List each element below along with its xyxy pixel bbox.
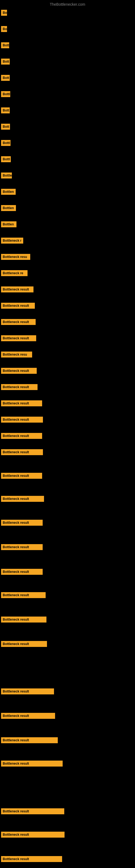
list-item: Bottleneck result	[0, 590, 135, 600]
site-title: TheBottlenecker.com	[0, 0, 135, 8]
list-item: Bottleneck result	[0, 686, 135, 696]
list-item: Bottleneck result	[0, 284, 135, 294]
list-item: Bottleneck result	[0, 518, 135, 528]
bottleneck-label: Bottleneck result	[1, 688, 54, 694]
bottleneck-label: Bottleneck result	[1, 592, 46, 598]
list-item: Bottl	[0, 89, 135, 99]
bottleneck-label: Bottleneck result	[1, 569, 43, 575]
list-item: Bottleneck result	[0, 333, 135, 343]
bottleneck-label: Bottl	[1, 156, 11, 162]
bottleneck-label: Bottl	[1, 91, 10, 97]
bottleneck-label: Bottleneck result	[1, 286, 34, 292]
bottleneck-label: Bottleneck result	[1, 335, 36, 341]
list-item: Bottlen	[0, 187, 135, 197]
list-item: Bottleneck result	[0, 431, 135, 441]
list-item: Bottleneck result	[0, 317, 135, 327]
list-item: Bott	[0, 105, 135, 116]
bottleneck-label: Bottlen	[1, 221, 16, 227]
bottleneck-label: Bottleneck result	[1, 416, 43, 423]
list-item: Bottleneck result	[0, 567, 135, 577]
list-item: Bottleneck resu	[0, 252, 135, 262]
list-item: Bottle	[0, 170, 135, 181]
bottleneck-label: Bo	[1, 26, 7, 32]
list-item: Bottleneck result	[0, 758, 135, 769]
bottleneck-label: Bottleneck result	[1, 641, 47, 647]
list-item: Bottleneck result	[0, 366, 135, 376]
bottleneck-label: Bottleneck result	[1, 319, 36, 325]
list-item: Bottleneck result	[0, 735, 135, 745]
list-item: Bottl	[0, 138, 135, 148]
bottleneck-label: Bottleneck result	[1, 832, 64, 838]
list-item: Bo	[0, 24, 135, 34]
bottleneck-label: Bottleneck result	[1, 737, 58, 743]
bottleneck-label: Bottlen	[1, 189, 16, 195]
bottleneck-label: Bottle	[1, 173, 12, 179]
bottleneck-label: Bottleneck result	[1, 544, 43, 550]
list-item: Bottlen	[0, 203, 135, 213]
list-item: Bottleneck result	[0, 414, 135, 425]
items-container: BoBoBottBottBottBottlBottBottBottlBottlB…	[0, 8, 135, 867]
list-item: Bottleneck result	[0, 494, 135, 504]
bottleneck-label: Bottleneck result	[1, 761, 63, 767]
bottleneck-label: Bottleneck r	[1, 238, 23, 244]
bottleneck-label: Bott	[1, 124, 10, 130]
bottleneck-label: Bottleneck result	[1, 520, 43, 526]
bottleneck-label: Bottleneck result	[1, 400, 42, 406]
bottleneck-label: Bottleneck result	[1, 713, 55, 719]
bottleneck-label: Bottleneck resu	[1, 254, 30, 260]
list-item: Bottlen	[0, 219, 135, 229]
list-item: Bottleneck result	[0, 398, 135, 408]
bottleneck-label: Bottleneck result	[1, 384, 38, 390]
list-item: Bott	[0, 73, 135, 83]
bottleneck-label: Bottleneck result	[1, 368, 37, 374]
bottleneck-label: Bottleneck result	[1, 303, 35, 309]
bottleneck-label: Bottleneck result	[1, 856, 62, 862]
list-item: Bottleneck result	[0, 614, 135, 625]
list-item: Bottleneck result	[0, 854, 135, 864]
list-item: Bottleneck result	[0, 447, 135, 457]
bottleneck-label: Bott	[1, 75, 10, 81]
bottleneck-label: Bottleneck result	[1, 617, 46, 622]
bottleneck-label: Bottl	[1, 140, 10, 146]
list-item: Bott	[0, 122, 135, 132]
list-item: Bottleneck result	[0, 542, 135, 552]
bottleneck-label: Bottleneck result	[1, 433, 42, 439]
list-item: Bottleneck result	[0, 830, 135, 840]
list-item: Bottleneck resu	[0, 349, 135, 360]
bottleneck-label: Bott	[1, 42, 9, 48]
list-item: Bottleneck r	[0, 236, 135, 246]
list-item: Bott	[0, 40, 135, 51]
bottleneck-label: Bottleneck resu	[1, 351, 32, 358]
list-item: Bottleneck result	[0, 301, 135, 311]
list-item: Bottl	[0, 154, 135, 164]
list-item: Bo	[0, 8, 135, 18]
bottleneck-label: Bo	[1, 10, 7, 16]
bottleneck-label: Bottleneck result	[1, 808, 64, 814]
list-item: Bottleneck result	[0, 639, 135, 649]
bottleneck-label: Bottleneck result	[1, 496, 44, 502]
bottleneck-label: Bottleneck re	[1, 270, 28, 276]
bottleneck-label: Bott	[1, 59, 10, 65]
list-item: Bottleneck result	[0, 471, 135, 481]
bottleneck-label: Bottleneck result	[1, 473, 42, 479]
list-item: Bottleneck re	[0, 268, 135, 278]
list-item: Bottleneck result	[0, 382, 135, 392]
bottleneck-label: Bottleneck result	[1, 449, 43, 455]
list-item: Bottleneck result	[0, 806, 135, 816]
list-item: Bottleneck result	[0, 711, 135, 721]
list-item: Bott	[0, 56, 135, 67]
bottleneck-label: Bottlen	[1, 205, 16, 211]
bottleneck-label: Bott	[1, 107, 10, 113]
